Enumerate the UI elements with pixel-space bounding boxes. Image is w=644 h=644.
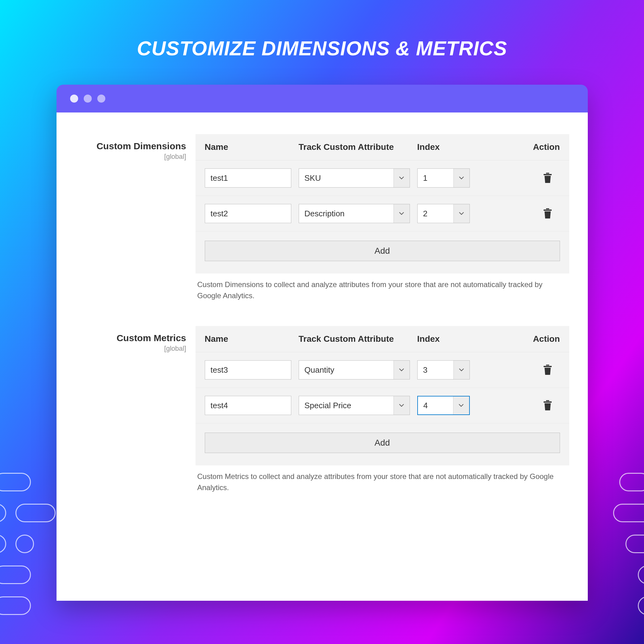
table-header: Name Track Custom Attribute Index Action [196,134,569,160]
chevron-down-icon [453,169,469,187]
chevron-down-icon [453,361,469,379]
delete-button[interactable] [541,399,554,412]
section-label-dimensions: Custom Dimensions [75,141,186,151]
svg-rect-7 [544,402,552,403]
table-row: SKU 1 [196,160,569,196]
select-value: Special Price [299,396,394,415]
window-dot [70,95,78,103]
select-value: 3 [418,361,453,379]
index-select[interactable]: 3 [417,360,470,380]
name-input[interactable] [205,396,291,415]
select-value: Quantity [299,361,394,379]
deco-shape [0,535,6,553]
attribute-select[interactable]: Description [299,204,410,223]
svg-rect-2 [546,208,549,209]
name-input[interactable] [205,360,291,380]
browser-titlebar [57,85,588,112]
table-row: Quantity 3 [196,352,569,388]
col-head-index: Index [417,142,485,152]
browser-window: Custom Dimensions [global] Name Track Cu… [57,85,588,601]
chevron-down-icon [394,361,410,379]
deco-shape [0,596,31,615]
section-scope: [global] [75,153,186,161]
page-title: CUSTOMIZE DIMENSIONS & METRICS [0,0,644,85]
delete-button[interactable] [541,171,554,185]
config-row-dimensions: Custom Dimensions [global] Name Track Cu… [75,134,569,301]
col-head-name: Name [205,142,291,152]
table-footer: Add [196,423,569,465]
config-label-col: Custom Dimensions [global] [75,134,196,161]
trash-icon [543,208,552,219]
config-field-col: Name Track Custom Attribute Index Action… [196,134,569,301]
deco-shape [625,535,644,553]
select-value: 2 [418,204,453,223]
deco-shape [15,504,56,522]
svg-rect-3 [544,209,552,211]
config-row-metrics: Custom Metrics [global] Name Track Custo… [75,326,569,493]
browser-content: Custom Dimensions [global] Name Track Cu… [57,112,588,601]
dimensions-table: Name Track Custom Attribute Index Action… [196,134,569,273]
attribute-select[interactable]: SKU [299,168,410,187]
attribute-select[interactable]: Quantity [299,360,410,380]
chevron-down-icon [394,396,410,415]
table-row: Special Price 4 [196,388,569,423]
table-row: Description 2 [196,196,569,231]
section-scope: [global] [75,345,186,353]
select-value: SKU [299,169,394,187]
table-footer: Add [196,231,569,273]
svg-rect-0 [546,173,549,174]
deco-shape [0,504,6,522]
metrics-table: Name Track Custom Attribute Index Action… [196,326,569,465]
deco-shape [619,473,644,491]
add-button[interactable]: Add [205,241,560,261]
chevron-down-icon [394,169,410,187]
config-label-col: Custom Metrics [global] [75,326,196,353]
col-head-name: Name [205,334,291,344]
deco-shape [638,566,644,584]
config-field-col: Name Track Custom Attribute Index Action… [196,326,569,493]
deco-shape [613,504,644,522]
svg-rect-6 [546,400,549,401]
svg-rect-5 [544,366,552,367]
attribute-select[interactable]: Special Price [299,396,410,415]
trash-icon [543,365,552,375]
delete-button[interactable] [541,207,554,220]
col-head-action: Action [493,142,560,152]
trash-icon [543,400,552,411]
delete-button[interactable] [541,363,554,377]
deco-shape [15,535,34,553]
add-button[interactable]: Add [205,433,560,453]
window-dot [97,95,105,103]
section-label-metrics: Custom Metrics [75,333,186,343]
index-select[interactable]: 4 [417,396,470,415]
name-input[interactable] [205,204,291,223]
col-head-attribute: Track Custom Attribute [299,334,410,344]
select-value: 4 [418,397,453,415]
col-head-index: Index [417,334,485,344]
chevron-down-icon [453,204,469,223]
col-head-action: Action [493,334,560,344]
col-head-attribute: Track Custom Attribute [299,142,410,152]
index-select[interactable]: 2 [417,204,470,223]
help-note-dimensions: Custom Dimensions to collect and analyze… [196,273,569,301]
svg-rect-4 [546,365,549,366]
deco-shape [0,566,31,584]
index-select[interactable]: 1 [417,168,470,187]
deco-shape [0,473,31,491]
trash-icon [543,173,552,183]
select-value: 1 [418,169,453,187]
deco-shape [638,596,644,615]
svg-rect-1 [544,174,552,175]
help-note-metrics: Custom Metrics to collect and analyze at… [196,465,569,493]
select-value: Description [299,204,394,223]
name-input[interactable] [205,168,291,187]
chevron-down-icon [394,204,410,223]
chevron-down-icon [453,397,469,415]
window-dot [84,95,92,103]
table-header: Name Track Custom Attribute Index Action [196,326,569,352]
